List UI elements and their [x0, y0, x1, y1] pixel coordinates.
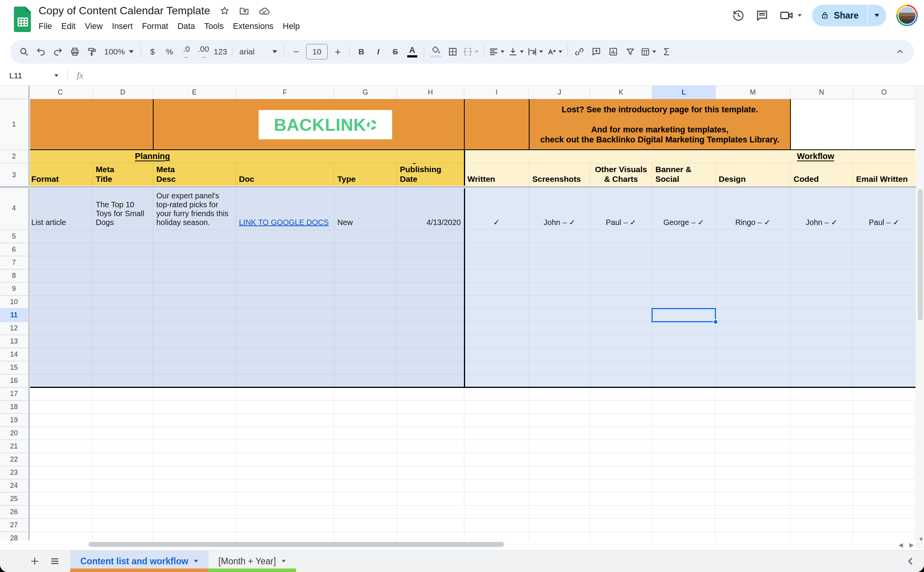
cell-H4[interactable]: 4/13/2020 [397, 187, 464, 230]
header-cell-N3[interactable]: Coded [790, 163, 853, 187]
cell-N8[interactable] [790, 269, 853, 283]
cell-L16[interactable] [652, 374, 716, 388]
cell-D28[interactable] [93, 532, 153, 540]
cell-G12[interactable] [334, 322, 397, 335]
cell-C4[interactable]: List article [28, 187, 93, 230]
row-header-27[interactable]: 27 [0, 519, 28, 532]
cell-N6[interactable] [790, 243, 853, 256]
cell-D18[interactable] [93, 401, 153, 414]
row-header-7[interactable]: 7 [0, 256, 28, 269]
cell-M4[interactable]: Ringo – ✓ [716, 187, 790, 230]
cell-G22[interactable] [334, 453, 397, 466]
cell-L25[interactable] [652, 492, 716, 506]
cell-J19[interactable] [529, 414, 590, 427]
cell-D24[interactable] [93, 479, 153, 492]
header-cell-H3[interactable]: Target Publishing Date [397, 163, 464, 187]
cell-J25[interactable] [529, 492, 590, 506]
cell-H15[interactable] [397, 361, 464, 374]
decrease-decimal-button[interactable]: .0← [178, 44, 195, 60]
cell-O16[interactable] [853, 374, 916, 388]
cell-M13[interactable] [716, 335, 790, 348]
row-header-11[interactable]: 11 [0, 309, 28, 322]
cell-E19[interactable] [153, 414, 236, 427]
row-header-14[interactable]: 14 [0, 348, 28, 361]
cell-G20[interactable] [334, 427, 397, 440]
cell-L6[interactable] [652, 243, 716, 256]
create-filter-icon[interactable] [622, 44, 639, 60]
cell-N20[interactable] [790, 427, 853, 440]
cell-L17[interactable] [652, 388, 716, 401]
row-header-13[interactable]: 13 [0, 335, 28, 348]
row-header-20[interactable]: 20 [0, 427, 28, 440]
cell-C8[interactable] [28, 269, 93, 283]
cell-J14[interactable] [529, 348, 590, 361]
cell-D13[interactable] [93, 335, 153, 348]
cell-F20[interactable] [236, 427, 334, 440]
header-cell-I3[interactable]: Written [464, 163, 529, 187]
cell-N28[interactable] [790, 532, 853, 540]
cell-C13[interactable] [28, 335, 93, 348]
cell-I14[interactable] [464, 348, 529, 361]
row-header-17[interactable]: 17 [0, 388, 28, 401]
cell-D19[interactable] [93, 414, 153, 427]
cell-K23[interactable] [590, 466, 652, 479]
cell-G10[interactable] [334, 296, 397, 309]
print-icon[interactable] [66, 44, 83, 60]
menu-edit[interactable]: Edit [57, 20, 80, 33]
cell-J18[interactable] [529, 401, 590, 414]
cell-F16[interactable] [236, 374, 334, 388]
cell-N25[interactable] [790, 492, 853, 506]
cell-J13[interactable] [529, 335, 590, 348]
cell-G9[interactable] [334, 283, 397, 296]
sheet-tab-caret[interactable] [194, 560, 198, 563]
cell-J4[interactable]: John – ✓ [529, 187, 590, 230]
cell-I11[interactable] [464, 309, 529, 322]
row-header-6[interactable]: 6 [0, 243, 28, 256]
cell-G4[interactable]: New [334, 187, 397, 230]
header-cell-L3[interactable]: Banner & Social [652, 163, 716, 187]
cell-G11[interactable] [334, 309, 397, 322]
cell-C14[interactable] [28, 348, 93, 361]
cell-E17[interactable] [153, 388, 236, 401]
cell-I15[interactable] [464, 361, 529, 374]
document-title[interactable]: Copy of Content Calendar Template [39, 5, 210, 17]
fill-handle[interactable] [713, 319, 718, 325]
cell-E15[interactable] [153, 361, 236, 374]
cell-O26[interactable] [853, 506, 916, 519]
cell-J7[interactable] [529, 256, 590, 269]
cell-I28[interactable] [464, 532, 529, 540]
cell-E16[interactable] [153, 374, 236, 388]
cell-D20[interactable] [93, 427, 153, 440]
cell-J10[interactable] [529, 296, 590, 309]
cell-N9[interactable] [790, 283, 853, 296]
select-all-corner[interactable] [0, 86, 28, 99]
cell-M20[interactable] [716, 427, 790, 440]
cell-G27[interactable] [334, 519, 397, 532]
vertical-scrollbar-thumb[interactable] [918, 189, 923, 320]
cell-I16[interactable] [464, 374, 529, 388]
cell-L7[interactable] [652, 256, 716, 269]
zoom-select[interactable]: 100% [100, 44, 137, 60]
cell-F28[interactable] [236, 532, 334, 540]
cell-I27[interactable] [464, 519, 529, 532]
cell-D27[interactable] [93, 519, 153, 532]
cell-O9[interactable] [853, 283, 916, 296]
cell-F6[interactable] [236, 243, 334, 256]
cell-H27[interactable] [397, 519, 464, 532]
cell-F21[interactable] [236, 440, 334, 453]
cell-F17[interactable] [236, 388, 334, 401]
column-header-I[interactable]: I [464, 86, 529, 99]
cell-K11[interactable] [590, 309, 652, 322]
cell-D22[interactable] [93, 453, 153, 466]
row-header-16[interactable]: 16 [0, 374, 28, 388]
cell-M7[interactable] [716, 256, 790, 269]
header-cell-E3[interactable]: Meta Desc [153, 163, 236, 187]
menu-format[interactable]: Format [137, 20, 173, 33]
cell-C25[interactable] [28, 492, 93, 506]
cell-G28[interactable] [334, 532, 397, 540]
cell-H23[interactable] [397, 466, 464, 479]
cell-K20[interactable] [590, 427, 652, 440]
cell-H14[interactable] [397, 348, 464, 361]
cell-M15[interactable] [716, 361, 790, 374]
cell-L9[interactable] [652, 283, 716, 296]
